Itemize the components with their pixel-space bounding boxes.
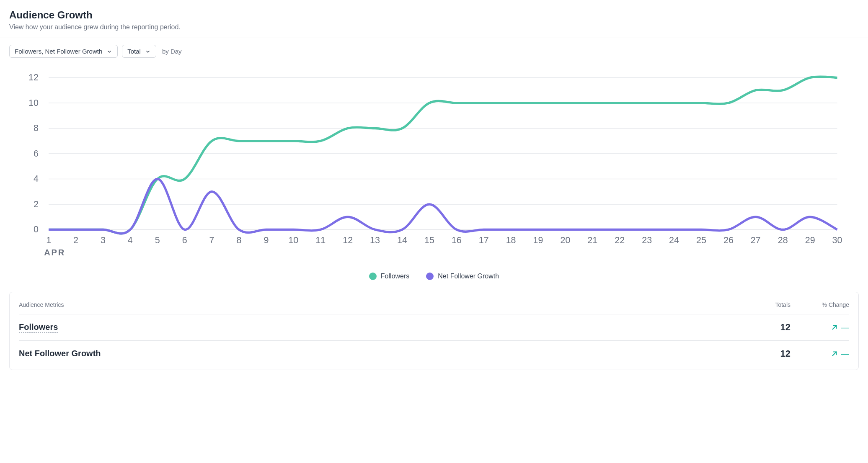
svg-text:25: 25 (696, 235, 706, 245)
svg-text:2: 2 (73, 235, 78, 245)
metrics-header-row: Audience Metrics Totals % Change (19, 301, 849, 314)
chart-svg: 0246810121234567891011121314151617181920… (9, 72, 843, 263)
metrics-dropdown-label: Followers, Net Follower Growth (15, 48, 102, 55)
chevron-down-icon (145, 49, 151, 54)
svg-line-46 (833, 352, 837, 356)
svg-text:10: 10 (288, 235, 298, 245)
arrow-up-icon (831, 324, 838, 331)
svg-text:9: 9 (264, 235, 269, 245)
svg-text:14: 14 (397, 235, 407, 245)
metric-change-value: — (841, 349, 849, 359)
page-subtitle: View how your audience grew during the r… (9, 23, 859, 31)
metrics-header-change: % Change (790, 301, 849, 308)
svg-text:28: 28 (778, 235, 788, 245)
svg-text:24: 24 (669, 235, 679, 245)
by-day-label: by Day (160, 48, 182, 55)
svg-text:0: 0 (34, 224, 39, 234)
chart-legend: Followers Net Follower Growth (0, 263, 868, 292)
page-title: Audience Growth (9, 9, 859, 21)
svg-text:1: 1 (46, 235, 51, 245)
svg-text:26: 26 (723, 235, 734, 245)
aggregation-dropdown[interactable]: Total (122, 45, 156, 58)
metrics-header-totals: Totals (740, 301, 790, 308)
swatch-followers (369, 273, 377, 280)
svg-text:8: 8 (237, 235, 242, 245)
svg-text:30: 30 (832, 235, 842, 245)
svg-text:21: 21 (587, 235, 597, 245)
metrics-card: Audience Metrics Totals % Change Followe… (9, 292, 859, 370)
aggregation-dropdown-label: Total (127, 48, 141, 55)
table-row: Followers12— (19, 314, 849, 341)
arrow-up-icon (831, 350, 838, 358)
controls-row: Followers, Net Follower Growth Total by … (0, 38, 868, 59)
svg-text:12: 12 (28, 72, 39, 82)
metric-name[interactable]: Net Follower Growth (19, 349, 101, 359)
svg-text:27: 27 (751, 235, 761, 245)
svg-text:11: 11 (315, 235, 326, 245)
svg-text:16: 16 (452, 235, 462, 245)
svg-text:6: 6 (34, 149, 39, 159)
metric-total: 12 (740, 348, 790, 359)
svg-text:8: 8 (34, 123, 39, 133)
svg-text:17: 17 (479, 235, 489, 245)
legend-label-followers: Followers (381, 273, 409, 280)
svg-text:23: 23 (642, 235, 652, 245)
chart-container: 0246810121234567891011121314151617181920… (0, 59, 868, 263)
svg-text:29: 29 (805, 235, 815, 245)
svg-text:20: 20 (560, 235, 570, 245)
svg-text:2: 2 (34, 199, 39, 209)
table-row: Net Follower Growth12— (19, 341, 849, 367)
header: Audience Growth View how your audience g… (0, 0, 868, 38)
swatch-net (426, 273, 434, 280)
metric-name[interactable]: Followers (19, 322, 58, 333)
svg-text:6: 6 (182, 235, 187, 245)
svg-text:15: 15 (424, 235, 434, 245)
svg-text:13: 13 (370, 235, 380, 245)
svg-text:4: 4 (128, 235, 133, 245)
metric-change: — (790, 323, 849, 332)
legend-item-followers[interactable]: Followers (369, 273, 409, 280)
svg-line-45 (833, 326, 837, 329)
svg-text:7: 7 (209, 235, 214, 245)
metric-change-value: — (841, 323, 849, 332)
svg-text:3: 3 (101, 235, 106, 245)
legend-item-net[interactable]: Net Follower Growth (426, 273, 499, 280)
svg-text:APR: APR (44, 248, 65, 257)
chevron-down-icon (106, 49, 112, 54)
svg-text:22: 22 (615, 235, 625, 245)
svg-text:4: 4 (34, 174, 39, 184)
metric-change: — (790, 349, 849, 359)
svg-text:18: 18 (506, 235, 516, 245)
legend-label-net: Net Follower Growth (438, 273, 499, 280)
metric-total: 12 (740, 322, 790, 333)
svg-text:12: 12 (343, 235, 353, 245)
metrics-header-name: Audience Metrics (19, 301, 740, 308)
svg-text:19: 19 (533, 235, 543, 245)
metrics-dropdown[interactable]: Followers, Net Follower Growth (9, 45, 118, 58)
svg-text:5: 5 (155, 235, 160, 245)
svg-text:10: 10 (28, 98, 39, 108)
